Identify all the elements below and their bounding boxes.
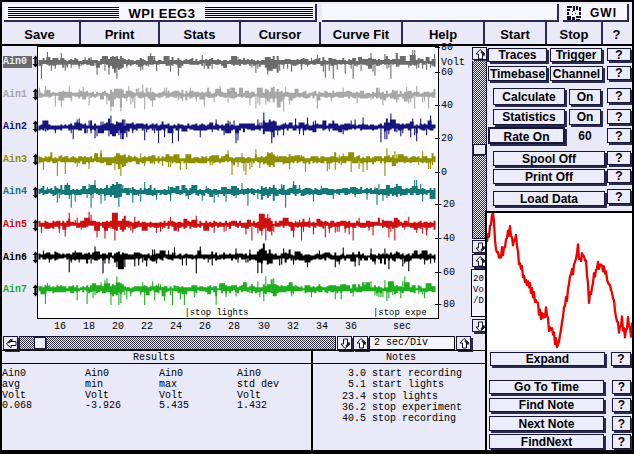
svg-text:|stop expe: |stop expe — [373, 308, 427, 318]
svg-text:WPI EEG3: WPI EEG3 — [129, 6, 196, 20]
svg-text:|stop lights: |stop lights — [184, 308, 248, 318]
